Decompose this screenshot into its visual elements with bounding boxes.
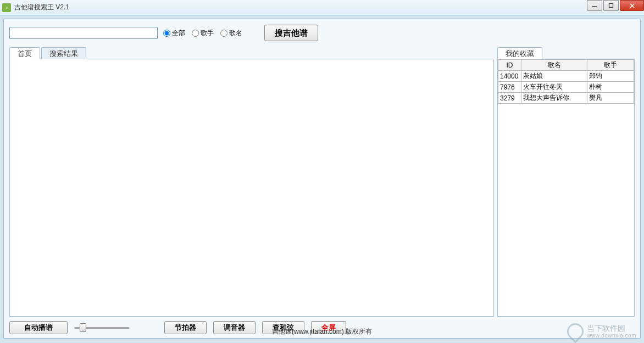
window-controls [586, 0, 644, 11]
watermark-cn: 当下软件园 [587, 324, 636, 333]
radio-song[interactable]: 歌名 [220, 29, 242, 38]
maximize-button[interactable] [603, 0, 619, 11]
search-button[interactable]: 搜吉他谱 [264, 25, 318, 41]
radio-singer-label: 歌手 [201, 29, 214, 38]
fav-cell-name: 我想大声告诉你 [521, 93, 587, 104]
window-title: 吉他谱搜索王 V2.1 [14, 3, 69, 12]
watermark-logo-icon [564, 320, 587, 343]
fav-cell-id: 3279 [498, 93, 521, 104]
search-scope-radios: 全部 歌手 歌名 [163, 29, 242, 38]
table-row[interactable]: 7976 火车开往冬天 朴树 [498, 82, 634, 93]
tab-header: 首页 搜索结果 [9, 47, 494, 59]
main-panel: 全部 歌手 歌名 搜吉他谱 首页 搜索结果 我的收藏 [3, 19, 641, 339]
tab-favorites[interactable]: 我的收藏 [497, 47, 542, 59]
search-row: 全部 歌手 歌名 搜吉他谱 [9, 25, 635, 41]
radio-all-label: 全部 [172, 29, 185, 38]
app-icon: ♪ [2, 3, 11, 12]
fav-cell-singer: 朴树 [587, 82, 634, 93]
fav-cell-singer: 郑钧 [587, 71, 634, 82]
watermark-text: 当下软件园 www.downxia.com [587, 324, 636, 339]
titlebar: ♪ 吉他谱搜索王 V2.1 [0, 0, 644, 15]
footer-copyright: 吉他迷(www.jitafan.com) 版权所有 [4, 327, 640, 336]
radio-all[interactable]: 全部 [163, 29, 185, 38]
fav-cell-name: 灰姑娘 [521, 71, 587, 82]
table-row[interactable]: 14000 灰姑娘 郑钧 [498, 71, 634, 82]
favorites-body: ID 歌名 歌手 14000 灰姑娘 郑钧 7976 火 [497, 59, 635, 317]
fav-cell-name: 火车开往冬天 [521, 82, 587, 93]
fav-cell-id: 14000 [498, 71, 521, 82]
tab-content [9, 59, 494, 317]
watermark-en: www.downxia.com [587, 333, 636, 339]
table-row[interactable]: 3279 我想大声告诉你 樊凡 [498, 93, 634, 104]
radio-song-input[interactable] [220, 30, 227, 37]
close-button[interactable] [620, 0, 644, 11]
tab-home[interactable]: 首页 [9, 47, 40, 59]
fav-col-id[interactable]: ID [498, 60, 521, 71]
left-column: 首页 搜索结果 [9, 47, 494, 317]
fav-col-singer[interactable]: 歌手 [587, 60, 634, 71]
fav-cell-singer: 樊凡 [587, 93, 634, 104]
radio-singer[interactable]: 歌手 [192, 29, 214, 38]
radio-singer-input[interactable] [192, 30, 199, 37]
right-column: 我的收藏 ID 歌名 歌手 14000 灰姑娘 [497, 47, 635, 317]
fav-cell-id: 7976 [498, 82, 521, 93]
minimize-button[interactable] [587, 0, 602, 11]
favorites-header-row: ID 歌名 歌手 [498, 60, 634, 71]
watermark: 当下软件园 www.downxia.com [567, 323, 636, 340]
radio-song-label: 歌名 [229, 29, 242, 38]
favorites-table: ID 歌名 歌手 14000 灰姑娘 郑钧 7976 火 [498, 59, 634, 104]
radio-all-input[interactable] [163, 30, 170, 37]
favorites-header: 我的收藏 [497, 47, 635, 59]
svg-rect-1 [609, 4, 613, 8]
tab-results[interactable]: 搜索结果 [41, 47, 86, 59]
search-input[interactable] [9, 27, 158, 39]
fav-col-name[interactable]: 歌名 [521, 60, 587, 71]
content-columns: 首页 搜索结果 我的收藏 ID 歌名 歌手 [9, 47, 635, 317]
